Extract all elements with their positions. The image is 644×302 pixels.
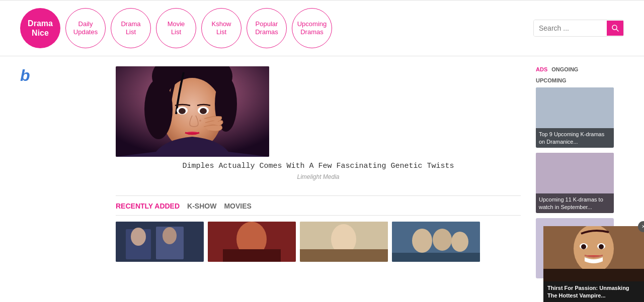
svg-point-34 bbox=[574, 226, 614, 273]
floating-video-title: Thirst For Passion: Unmasking The Hottes… bbox=[547, 284, 640, 293]
svg-rect-39 bbox=[543, 269, 644, 281]
search-box bbox=[533, 20, 624, 37]
nav-daily-updates[interactable]: Daily Updates bbox=[65, 8, 106, 48]
sidebar-card-1[interactable]: Top 9 Upcoming K-dramas on Dramanice... bbox=[536, 87, 614, 148]
svg-point-10 bbox=[200, 108, 207, 114]
ads-label: ADS bbox=[536, 66, 547, 72]
nav-label-kshow: Kshow List bbox=[211, 20, 231, 36]
nav-label-upcoming: Upcoming Dramas bbox=[297, 20, 327, 36]
brand-logo-b: b bbox=[20, 66, 30, 84]
featured-article: Dimples Actually Comes With A Few Fascin… bbox=[116, 66, 521, 180]
navigation: DramaNice Daily Updates Drama List Movie… bbox=[0, 1, 644, 56]
nav-kshow-list[interactable]: Kshow List bbox=[201, 8, 242, 48]
sidebar-ads-row: ADS ONGOING bbox=[536, 66, 624, 72]
svg-point-38 bbox=[599, 244, 604, 249]
floating-video-info: Thirst For Passion: Unmasking The Hottes… bbox=[543, 281, 644, 293]
nav-drama-list[interactable]: Drama List bbox=[111, 8, 151, 48]
sidebar-card-2[interactable]: Upcoming 11 K-dramas to watch in Septemb… bbox=[536, 153, 614, 213]
floating-video-svg bbox=[543, 226, 644, 281]
center-content: Dimples Actually Comes With A Few Fascin… bbox=[116, 66, 521, 283]
sidebar-card-1-text: Top 9 Upcoming K-dramas on Dramanice... bbox=[536, 128, 614, 148]
floating-video-container: × Thirst For Passion: Unmasking The Hott… bbox=[543, 226, 644, 293]
svg-point-16 bbox=[163, 227, 177, 244]
nav-upcoming-dramas[interactable]: Upcoming Dramas bbox=[292, 8, 332, 48]
nav-movie-list[interactable]: Movie List bbox=[156, 8, 196, 48]
drama-thumb-3[interactable] bbox=[300, 222, 388, 262]
drama-img-2 bbox=[208, 222, 296, 262]
svg-rect-20 bbox=[223, 249, 281, 262]
left-sidebar: b bbox=[20, 66, 101, 283]
upcoming-label: UPCOMING bbox=[536, 77, 624, 83]
drama-img-4 bbox=[392, 222, 480, 262]
section-divider bbox=[116, 195, 521, 196]
search-button[interactable] bbox=[607, 21, 624, 36]
search-input[interactable] bbox=[534, 20, 607, 36]
drama-img-1 bbox=[116, 222, 204, 262]
sidebar-card-2-text: Upcoming 11 K-dramas to watch in Septemb… bbox=[536, 193, 614, 213]
drama-thumb-2[interactable] bbox=[208, 222, 296, 262]
tab-movies[interactable]: MOVIES bbox=[224, 201, 251, 211]
svg-point-11 bbox=[199, 120, 201, 122]
svg-point-26 bbox=[433, 229, 452, 251]
floating-video-thumbnail[interactable] bbox=[543, 226, 644, 281]
featured-image[interactable] bbox=[116, 66, 269, 157]
ongoing-label: ONGOING bbox=[551, 66, 578, 72]
floating-video-widget: × Thirst For Passion: Unmasking The Hott… bbox=[543, 226, 644, 293]
featured-source: Limelight Media bbox=[116, 173, 521, 180]
featured-title[interactable]: Dimples Actually Comes With A Few Fascin… bbox=[116, 161, 521, 171]
svg-rect-28 bbox=[392, 253, 480, 262]
featured-image-svg bbox=[116, 66, 269, 157]
drama-thumb-1[interactable] bbox=[116, 222, 204, 262]
search-icon bbox=[612, 25, 619, 32]
tab-kshow[interactable]: K-SHOW bbox=[187, 201, 216, 211]
tab-recently-added[interactable]: RECENTLY ADDED bbox=[116, 201, 180, 211]
tabs-bar: RECENTLY ADDED K-SHOW MOVIES bbox=[116, 201, 521, 216]
nav-label-drama: Drama List bbox=[121, 20, 140, 36]
svg-point-36 bbox=[581, 244, 586, 249]
svg-point-25 bbox=[412, 229, 432, 253]
nav-label-movie: Movie List bbox=[168, 20, 185, 36]
site-logo[interactable]: DramaNice bbox=[20, 8, 60, 48]
svg-line-1 bbox=[616, 29, 618, 31]
nav-label-popular: Popular Dramas bbox=[255, 20, 278, 36]
svg-point-15 bbox=[131, 228, 146, 246]
drama-thumbnails-grid bbox=[116, 222, 521, 262]
svg-point-8 bbox=[179, 108, 186, 114]
logo-text: DramaNice bbox=[28, 19, 53, 38]
svg-rect-23 bbox=[300, 249, 388, 262]
svg-point-27 bbox=[451, 232, 468, 252]
nav-label-daily: Daily Updates bbox=[73, 20, 98, 36]
nav-popular-dramas[interactable]: Popular Dramas bbox=[247, 8, 287, 48]
recently-added-section: RECENTLY ADDED K-SHOW MOVIES bbox=[116, 201, 521, 262]
drama-thumb-4[interactable] bbox=[392, 222, 480, 262]
drama-img-3 bbox=[300, 222, 388, 262]
